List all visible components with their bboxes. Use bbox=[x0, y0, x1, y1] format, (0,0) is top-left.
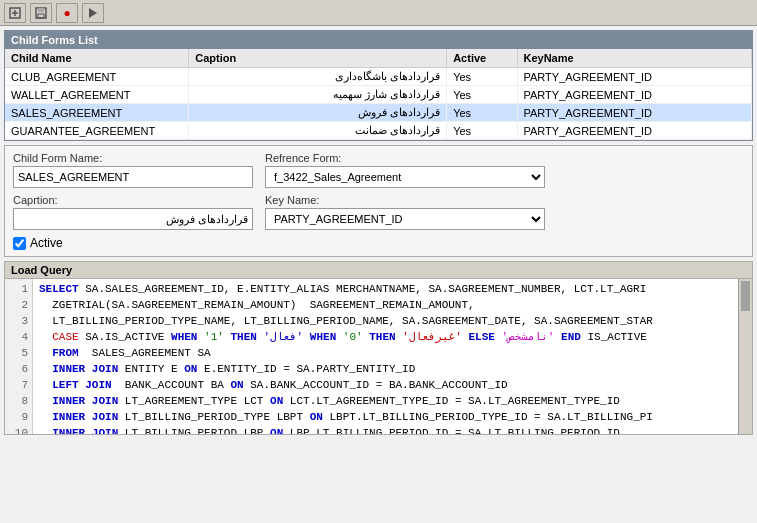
reference-form-label: Refrence Form: bbox=[265, 152, 545, 164]
child-forms-header: Child Forms List bbox=[5, 31, 752, 49]
cell-child-name: GUARANTEE_AGREEMENT bbox=[5, 122, 189, 140]
col-active: Active bbox=[447, 49, 517, 68]
child-form-name-input[interactable] bbox=[13, 166, 253, 188]
caption-label: Caprtion: bbox=[13, 194, 253, 206]
query-body: 1234567891011 SELECT SA.SALES_AGREEMENT_… bbox=[5, 279, 752, 434]
cell-child-name: CLUB_AGREEMENT bbox=[5, 68, 189, 86]
reference-form-group: Refrence Form: f_3422_Sales_Agreement bbox=[265, 152, 545, 188]
child-form-name-label: Child Form Name: bbox=[13, 152, 253, 164]
table-row[interactable]: CLUB_AGREEMENT قراردادهای باشگاه‌داری Ye… bbox=[5, 68, 752, 86]
child-forms-table: Child Name Caption Active KeyName CLUB_A… bbox=[5, 49, 752, 140]
load-query-header: Load Query bbox=[5, 262, 752, 279]
child-forms-panel: Child Forms List Child Name Caption Acti… bbox=[4, 30, 753, 141]
code-line: ZGETRIAL(SA.SAGREEMENT_REMAIN_AMOUNT) SA… bbox=[39, 297, 732, 313]
code-line: INNER JOIN LT_BILLING_PERIOD LBP ON LBP.… bbox=[39, 425, 732, 434]
code-line: LEFT JOIN BANK_ACCOUNT BA ON SA.BANK_ACC… bbox=[39, 377, 732, 393]
cell-child-name: SALES_AGREEMENT bbox=[5, 104, 189, 122]
cell-caption: قراردادهای شارژ سهمیه bbox=[189, 86, 447, 104]
svg-marker-6 bbox=[89, 8, 97, 18]
active-checkbox[interactable] bbox=[13, 237, 26, 250]
cell-caption: قراردادهای فروش bbox=[189, 104, 447, 122]
form-row-2: Caprtion: Key Name: PARTY_AGREEMENT_ID bbox=[13, 194, 744, 230]
table-header-row: Child Name Caption Active KeyName bbox=[5, 49, 752, 68]
col-keyname: KeyName bbox=[517, 49, 752, 68]
code-line: INNER JOIN LT_AGREEMENT_TYPE LCT ON LCT.… bbox=[39, 393, 732, 409]
cell-keyname: PARTY_AGREEMENT_ID bbox=[517, 86, 752, 104]
scrollbar-thumb[interactable] bbox=[741, 281, 750, 311]
cell-active: Yes bbox=[447, 86, 517, 104]
code-line: FROM SALES_AGREEMENT SA bbox=[39, 345, 732, 361]
form-fields-section: Child Form Name: Refrence Form: f_3422_S… bbox=[4, 145, 753, 257]
cell-keyname: PARTY_AGREEMENT_ID bbox=[517, 104, 752, 122]
key-name-label: Key Name: bbox=[265, 194, 545, 206]
active-label: Active bbox=[30, 236, 63, 250]
form-row-1: Child Form Name: Refrence Form: f_3422_S… bbox=[13, 152, 744, 188]
key-name-select[interactable]: PARTY_AGREEMENT_ID bbox=[265, 208, 545, 230]
code-line: SELECT SA.SALES_AGREEMENT_ID, E.ENTITY_A… bbox=[39, 281, 732, 297]
cell-active: Yes bbox=[447, 104, 517, 122]
cell-keyname: PARTY_AGREEMENT_ID bbox=[517, 122, 752, 140]
caption-input[interactable] bbox=[13, 208, 253, 230]
col-caption: Caption bbox=[189, 49, 447, 68]
toolbar: ● bbox=[0, 0, 757, 26]
cell-caption: قراردادهای ضمانت bbox=[189, 122, 447, 140]
new-button[interactable] bbox=[4, 3, 26, 23]
cell-caption: قراردادهای باشگاه‌داری bbox=[189, 68, 447, 86]
child-form-name-group: Child Form Name: bbox=[13, 152, 253, 188]
cell-child-name: WALLET_AGREEMENT bbox=[5, 86, 189, 104]
query-code[interactable]: SELECT SA.SALES_AGREEMENT_ID, E.ENTITY_A… bbox=[33, 279, 738, 434]
scrollbar-vertical[interactable] bbox=[738, 279, 752, 434]
svg-rect-4 bbox=[38, 8, 44, 12]
code-line: CASE SA.IS_ACTIVE WHEN '1' THEN 'فعال' W… bbox=[39, 329, 732, 345]
key-name-group: Key Name: PARTY_AGREEMENT_ID bbox=[265, 194, 545, 230]
line-numbers: 1234567891011 bbox=[5, 279, 33, 434]
code-line: INNER JOIN ENTITY E ON E.ENTITY_ID = SA.… bbox=[39, 361, 732, 377]
close-button[interactable]: ● bbox=[56, 3, 78, 23]
cell-active: Yes bbox=[447, 68, 517, 86]
main-content: Child Forms List Child Name Caption Acti… bbox=[0, 26, 757, 439]
reference-form-select[interactable]: f_3422_Sales_Agreement bbox=[265, 166, 545, 188]
active-checkbox-row: Active bbox=[13, 236, 744, 250]
cell-active: Yes bbox=[447, 122, 517, 140]
table-row[interactable]: WALLET_AGREEMENT قراردادهای شارژ سهمیه Y… bbox=[5, 86, 752, 104]
table-row[interactable]: GUARANTEE_AGREEMENT قراردادهای ضمانت Yes… bbox=[5, 122, 752, 140]
cell-keyname: PARTY_AGREEMENT_ID bbox=[517, 68, 752, 86]
caption-group: Caprtion: bbox=[13, 194, 253, 230]
code-line: LT_BILLING_PERIOD_TYPE_NAME, LT_BILLING_… bbox=[39, 313, 732, 329]
table-row[interactable]: SALES_AGREEMENT قراردادهای فروش Yes PART… bbox=[5, 104, 752, 122]
child-forms-table-container: Child Name Caption Active KeyName CLUB_A… bbox=[5, 49, 752, 140]
load-query-section: Load Query 1234567891011 SELECT SA.SALES… bbox=[4, 261, 753, 435]
save-button[interactable] bbox=[30, 3, 52, 23]
run-button[interactable] bbox=[82, 3, 104, 23]
col-child-name: Child Name bbox=[5, 49, 189, 68]
code-line: INNER JOIN LT_BILLING_PERIOD_TYPE LBPT O… bbox=[39, 409, 732, 425]
